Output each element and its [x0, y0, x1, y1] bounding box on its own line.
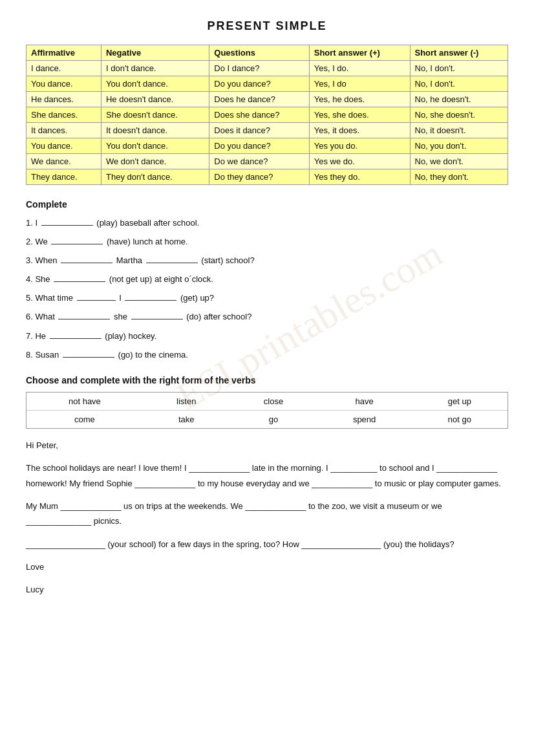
table-cell: Yes you do. — [309, 138, 410, 154]
table-cell: Yes, she does. — [309, 107, 410, 123]
table-cell: Do I dance? — [209, 61, 309, 76]
table-cell: It doesn't dance. — [101, 123, 209, 138]
letter-sign: Lucy — [26, 582, 508, 597]
table-cell: No, we don't. — [410, 154, 508, 169]
table-cell: Yes they do. — [309, 169, 410, 185]
verb-option: go — [230, 410, 317, 428]
letter-body: Hi Peter, The school holidays are near! … — [26, 438, 508, 598]
verb-option: close — [230, 393, 317, 411]
table-cell: Yes, he does. — [309, 92, 410, 107]
complete-item: 7. He (play) hockey. — [26, 329, 508, 343]
verb-option: have — [317, 393, 411, 411]
verb-option: get up — [412, 393, 507, 411]
table-row: We dance.We don't dance.Do we dance?Yes … — [27, 154, 508, 169]
verbs-box: not havelistenclosehaveget up cometakego… — [26, 392, 508, 429]
verb-option: spend — [317, 410, 411, 428]
table-cell: No, they don't. — [410, 169, 508, 185]
table-header: Short answer (+) — [309, 45, 410, 61]
table-row: You dance.You don't dance.Do you dance?Y… — [27, 76, 508, 92]
table-cell: I dance. — [27, 61, 101, 76]
table-cell: No, I don't. — [410, 61, 508, 76]
table-cell: Yes we do. — [309, 154, 410, 169]
table-cell: Do you dance? — [209, 76, 309, 92]
table-cell: Does she dance? — [209, 107, 309, 123]
table-header: Questions — [209, 45, 309, 61]
table-cell: You dance. — [27, 138, 101, 154]
table-cell: It dances. — [27, 123, 101, 138]
table-cell: Yes, I do — [309, 76, 410, 92]
table-cell: No, you don't. — [410, 138, 508, 154]
complete-exercises: 1. I (play) baseball after school.2. We … — [26, 216, 508, 362]
letter-greeting: Hi Peter, — [26, 438, 508, 453]
verb-option: not have — [27, 393, 143, 411]
table-cell: No, it doesn't. — [410, 123, 508, 138]
verb-option: listen — [143, 393, 230, 411]
table-cell: You don't dance. — [101, 138, 209, 154]
letter-paragraph: My Mum _____________ us on trips at the … — [26, 499, 508, 529]
table-row: She dances.She doesn't dance.Does she da… — [27, 107, 508, 123]
table-row: You dance.You don't dance.Do you dance?Y… — [27, 138, 508, 154]
table-cell: No, he doesn't. — [410, 92, 508, 107]
table-cell: We don't dance. — [101, 154, 209, 169]
table-cell: Does it dance? — [209, 123, 309, 138]
table-cell: No, I don't. — [410, 76, 508, 92]
table-cell: They don't dance. — [101, 169, 209, 185]
verb-option: not go — [412, 410, 507, 428]
table-cell: I don't dance. — [101, 61, 209, 76]
table-cell: You don't dance. — [101, 76, 209, 92]
complete-section-title: Complete — [26, 199, 508, 210]
table-cell: Do you dance? — [209, 138, 309, 154]
complete-item: 5. What time I (get) up? — [26, 291, 508, 305]
complete-item: 8. Susan (go) to the cinema. — [26, 348, 508, 362]
table-row: He dances.He doesn't dance.Does he dance… — [27, 92, 508, 107]
table-cell: She doesn't dance. — [101, 107, 209, 123]
table-cell: Yes, I do. — [309, 61, 410, 76]
choose-section-title: Choose and complete with the right form … — [26, 375, 508, 385]
table-header: Affirmative — [27, 45, 101, 61]
conjugation-table: AffirmativeNegativeQuestionsShort answer… — [26, 45, 508, 185]
letter-paragraph: _________________ (your school) for a fe… — [26, 537, 508, 552]
table-cell: We dance. — [27, 154, 101, 169]
verb-option: take — [143, 410, 230, 428]
table-cell: He dances. — [27, 92, 101, 107]
table-cell: No, she doesn't. — [410, 107, 508, 123]
letter-paragraph: The school holidays are near! I love the… — [26, 460, 508, 491]
table-row: They dance.They don't dance.Do they danc… — [27, 169, 508, 185]
complete-item: 1. I (play) baseball after school. — [26, 216, 508, 230]
complete-item: 4. She (not get up) at eight o´clock. — [26, 272, 508, 286]
table-cell: Yes, it does. — [309, 123, 410, 138]
letter-closing: Love — [26, 559, 508, 574]
table-cell: They dance. — [27, 169, 101, 185]
table-cell: Does he dance? — [209, 92, 309, 107]
complete-item: 6. What she (do) after school? — [26, 310, 508, 324]
table-cell: Do they dance? — [209, 169, 309, 185]
table-cell: Do we dance? — [209, 154, 309, 169]
table-cell: He doesn't dance. — [101, 92, 209, 107]
table-header: Negative — [101, 45, 209, 61]
complete-item: 3. When Martha (start) school? — [26, 254, 508, 268]
table-cell: You dance. — [27, 76, 101, 92]
verb-option: come — [27, 410, 143, 428]
table-row: I dance.I don't dance.Do I dance?Yes, I … — [27, 61, 508, 76]
table-cell: She dances. — [27, 107, 101, 123]
table-row: It dances.It doesn't dance.Does it dance… — [27, 123, 508, 138]
page-title: PRESENT SIMPLE — [26, 19, 508, 33]
table-header: Short answer (-) — [410, 45, 508, 61]
complete-item: 2. We (have) lunch at home. — [26, 235, 508, 249]
